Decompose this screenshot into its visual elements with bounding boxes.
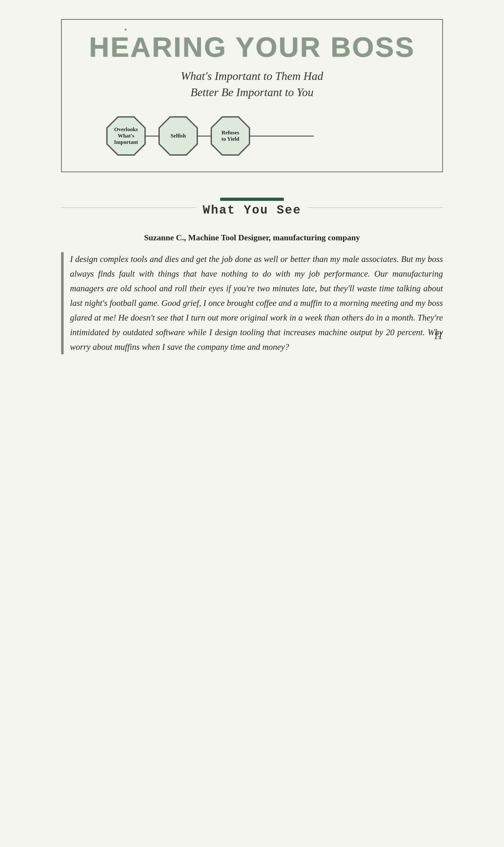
sign-selfish-label: Selfish: [170, 133, 186, 139]
page-title: Hearing Your Boss: [81, 33, 423, 62]
connector-1: [146, 136, 159, 137]
sign-overlooks-wrapper: OverlooksWhat'sImportant: [106, 116, 146, 156]
drop-cap: I: [70, 254, 73, 264]
sign-overlooks: OverlooksWhat'sImportant: [106, 116, 146, 156]
dot-decoration: [125, 29, 127, 31]
octagon-inner-2: Selfish: [160, 118, 197, 154]
sign-refuses-wrapper: Refusesto Yield: [211, 116, 250, 156]
end-line: [250, 136, 314, 137]
content-section: Suzanne C., Machine Tool Designer, manuf…: [61, 233, 443, 354]
sign-selfish-wrapper: Selfish: [159, 116, 198, 156]
divider-section: What You See: [61, 198, 443, 217]
section-title: What You See: [203, 204, 301, 217]
octagon-inner-3: Refusesto Yield: [212, 118, 249, 154]
left-bar-decoration: [61, 252, 64, 354]
quote-text: I design complex tools and dies and get …: [70, 252, 443, 354]
section-title-bar: [220, 198, 284, 201]
sign-overlooks-label: OverlooksWhat'sImportant: [114, 126, 138, 146]
sign-selfish: Selfish: [159, 116, 198, 156]
connector-2: [198, 136, 211, 137]
subtitle: What's Important to Them Had Better Be I…: [81, 68, 423, 100]
section-title-container: What You See: [196, 198, 308, 217]
signs-row: OverlooksWhat'sImportant Selfish: [81, 116, 423, 156]
sign-refuses-label: Refusesto Yield: [221, 129, 239, 143]
page-container: Hearing Your Boss What's Important to Th…: [61, 19, 443, 354]
header-box: Hearing Your Boss What's Important to Th…: [61, 19, 443, 172]
sign-refuses: Refusesto Yield: [211, 116, 250, 156]
page-number: 11: [433, 330, 443, 341]
quote-container: I design complex tools and dies and get …: [61, 252, 443, 354]
person-attribution: Suzanne C., Machine Tool Designer, manuf…: [61, 233, 443, 243]
octagon-inner-1: OverlooksWhat'sImportant: [108, 118, 144, 154]
